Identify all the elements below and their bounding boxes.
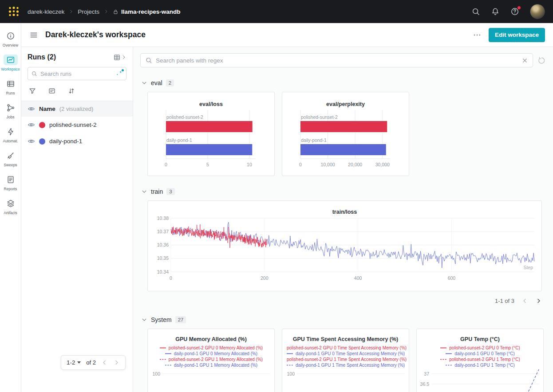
chart-legend: polished-sunset-2 GPU 0 Temp (°C)daily-p… [417,345,543,368]
section-count-badge: 3 [166,188,174,195]
page-size-dropdown[interactable]: 1-2 [67,359,81,366]
legend-item: polished-sunset-2 GPU 0 Temp (°C) [440,345,520,351]
svg-text:100: 100 [287,371,295,376]
legend-item: polished-sunset-2 GPU 1 Time Spent Acces… [284,357,407,362]
runs-search-input[interactable] [28,67,126,80]
avatar[interactable] [530,4,545,19]
visibility-eye-icon[interactable] [28,105,35,113]
chevron-down-icon[interactable] [141,80,147,86]
menu-icon[interactable] [29,31,38,39]
visibility-eye-icon[interactable] [28,137,35,145]
run-name: daily-pond-1 [49,138,82,145]
section-header-system: System 27 [140,316,546,323]
sidebar-item-jobs[interactable]: Jobs [0,99,21,123]
wandb-logo[interactable] [8,6,20,17]
artifacts-layers-icon [6,198,15,209]
next-page-button[interactable] [113,359,120,366]
visualized-count: (2 visualized) [59,106,94,112]
search-icon[interactable] [471,7,480,16]
panel-card-eval-loss[interactable]: eval/loss 0510polished-sunset-2daily-pon… [147,92,275,176]
chart-title: GPU Time Spent Accessing Memory (%) [282,336,409,342]
legend-item: daily-pond-1 GPU 0 Temp (°C) [445,351,515,357]
line-chart[interactable]: 10.3810.3710.3610.3510.340200400600Step [148,216,541,290]
filter-icon[interactable] [28,87,36,95]
svg-text:0: 0 [165,162,167,167]
legend-item: daily-pond-1 GPU 1 Time Spent Accessing … [286,362,405,368]
chevron-down-icon[interactable] [141,317,147,323]
section-label: train [151,188,163,195]
chart-title: eval/loss [148,101,274,107]
svg-text:10.34: 10.34 [157,269,168,274]
sidebar-item-sweeps[interactable]: Sweeps [0,147,21,171]
chart-legend: polished-sunset-2 GPU 0 Time Spent Acces… [282,345,409,368]
run-color-dot [39,122,45,128]
chart-title: eval/perplexity [282,101,409,107]
run-name: polished-sunset-2 [49,122,97,128]
svg-text:daily-pond-1: daily-pond-1 [166,137,192,143]
breadcrumb-project[interactable]: llama-recipes-wandb [113,8,181,15]
jobs-branch-icon [6,102,15,113]
svg-text:200: 200 [261,275,269,281]
svg-text:10.35: 10.35 [157,255,168,261]
panel-card-gpu-temp[interactable]: GPU Temp (°C) polished-sunset-2 GPU 0 Te… [416,329,544,392]
bar-chart[interactable]: 0510polished-sunset-2daily-pond-1 [148,108,274,175]
section-header-eval: eval 2 [140,79,546,86]
sidebar-item-overview[interactable]: Overview [0,27,21,51]
visibility-eye-icon[interactable] [28,121,35,129]
sidebar-item-automations[interactable]: Automat. [0,123,21,147]
chart-title: GPU Memory Allocated (%) [148,336,274,342]
chevron-down-icon[interactable] [141,188,147,195]
sidebar-item-reports[interactable]: Reports [0,171,21,195]
breadcrumb-separator-icon [103,9,109,14]
previous-page-button[interactable] [101,359,108,366]
edit-workspace-button[interactable]: Edit workspace [489,28,545,42]
regex-toggle[interactable]: .* [113,69,125,78]
run-row[interactable]: daily-pond-1 [21,133,133,149]
legend-item: daily-pond-1 GPU 1 Memory Allocated (%) [165,362,257,368]
runs-table-icon [6,78,15,89]
panel-card-eval-perplexity[interactable]: eval/perplexity 010,00020,00030,000polis… [282,92,409,176]
more-options-icon[interactable] [473,31,482,39]
svg-text:polished-sunset-2: polished-sunset-2 [166,114,203,120]
line-chart[interactable]: 100 [148,369,274,392]
svg-text:600: 600 [447,275,455,281]
legend-item: polished-sunset-2 GPU 0 Time Spent Acces… [284,345,407,351]
search-icon [145,57,152,64]
legend-item: polished-sunset-2 GPU 0 Memory Allocated… [159,345,263,351]
panel-card-gpu-memory[interactable]: GPU Memory Allocated (%) polished-sunset… [147,329,275,392]
line-chart[interactable]: 3736.5 [417,369,543,392]
previous-page-button[interactable] [521,298,528,304]
panel-search-input[interactable] [156,57,518,64]
bar-chart[interactable]: 010,00020,00030,000polished-sunset-2dail… [282,108,409,175]
help-icon[interactable] [510,7,519,16]
section-label: System [151,316,172,323]
run-color-dot [39,138,45,145]
runs-table-expand-button[interactable] [113,54,126,61]
chevron-right-icon [121,55,126,60]
sort-icon[interactable] [67,87,75,95]
run-row[interactable]: polished-sunset-2 [21,117,133,133]
workspace-icon [4,55,18,65]
notifications-bell-icon[interactable] [491,7,500,16]
next-page-button[interactable] [535,298,542,304]
section-header-train: train 3 [140,188,546,195]
breadcrumb-user[interactable]: darek-kleczek [28,8,64,15]
sidebar-item-artifacts[interactable]: Artifacts [0,195,21,219]
line-chart[interactable]: 100 [282,369,409,392]
name-column-header: Name [39,106,55,112]
sidebar-item-workspace[interactable]: Workspace [0,51,21,75]
navbar-actions [471,4,545,19]
breadcrumb-projects[interactable]: Projects [78,8,99,15]
sweeps-broom-icon [6,150,15,161]
panel-card-train-loss[interactable]: train/loss 10.3810.3710.3610.3510.340200… [147,200,542,291]
svg-text:10,000: 10,000 [321,162,335,167]
svg-text:daily-pond-1: daily-pond-1 [301,137,327,143]
history-undo-icon[interactable] [537,56,546,65]
sidebar-item-runs[interactable]: Runs [0,75,21,99]
panel-card-gpu-time[interactable]: GPU Time Spent Accessing Memory (%) poli… [282,329,409,392]
svg-text:0: 0 [170,275,172,281]
close-icon[interactable] [521,57,528,64]
pagination-label: 1-1 of 3 [495,298,514,304]
group-icon[interactable] [48,87,56,95]
legend-item: daily-pond-1 GPU 0 Memory Allocated (%) [165,351,257,357]
